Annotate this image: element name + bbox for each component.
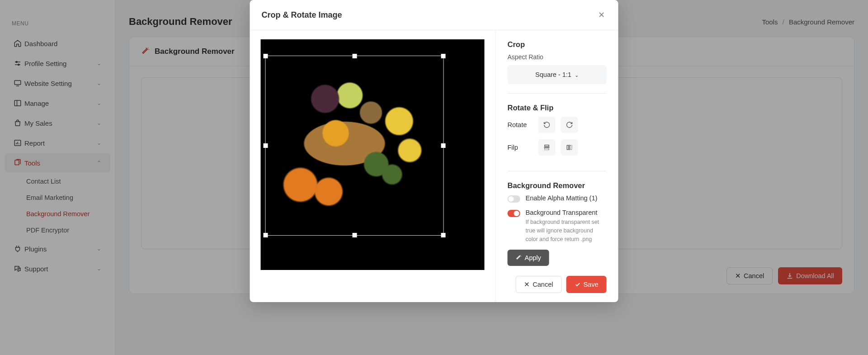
crop-canvas[interactable] (261, 39, 485, 270)
x-icon: ✕ (524, 281, 530, 288)
modal-actions: ✕ Cancel Save (508, 276, 607, 293)
transparent-row: Background Transparent If background tra… (508, 209, 607, 243)
modal-body: Crop Aspect Ratio Square - 1:1 ⌄ Rotate … (250, 30, 618, 302)
rotate-flip-section: Rotate & Flip Rotate Filp (508, 104, 607, 171)
crop-handle-top-left[interactable] (264, 54, 268, 58)
rotate-row: Rotate (508, 117, 607, 133)
svg-rect-17 (571, 145, 572, 149)
crop-handle-mid-right[interactable] (441, 143, 446, 148)
button-label: Apply (525, 254, 541, 261)
flip-horizontal-icon (566, 144, 573, 151)
alpha-matting-toggle[interactable] (508, 195, 520, 203)
transparent-label: Background Transparent (526, 209, 607, 216)
rotate-ccw-icon (543, 121, 551, 128)
alpha-matting-label: Enable Alpha Matting (1) (526, 194, 598, 202)
dropdown-value: Square - 1:1 (535, 71, 571, 78)
crop-selection-box[interactable] (265, 56, 444, 236)
flip-row: Filp (508, 139, 607, 156)
transparent-description: If background transparent set true will … (526, 218, 607, 243)
crop-heading: Crop (508, 40, 607, 49)
close-icon: ✕ (598, 10, 605, 19)
crop-handle-bottom-mid[interactable] (352, 233, 357, 237)
bg-remover-heading: Background Remover (508, 181, 607, 190)
flip-label: Filp (508, 144, 533, 151)
flip-vertical-button[interactable] (538, 139, 556, 156)
crop-handle-mid-left[interactable] (264, 143, 268, 148)
button-label: Cancel (533, 281, 553, 288)
crop-handle-top-mid[interactable] (352, 54, 357, 58)
chevron-down-icon: ⌄ (575, 72, 579, 78)
rotate-left-button[interactable] (538, 117, 556, 133)
bg-remover-section: Background Remover Enable Alpha Matting … (508, 181, 607, 266)
crop-handle-top-right[interactable] (441, 54, 446, 58)
svg-rect-14 (545, 148, 549, 150)
svg-rect-16 (567, 145, 568, 149)
modal-header: Crop & Rotate Image ✕ (250, 0, 618, 30)
flip-vertical-icon (543, 144, 551, 151)
magic-wand-icon (516, 255, 522, 261)
rotate-label: Rotate (508, 121, 533, 128)
close-button[interactable]: ✕ (596, 8, 607, 22)
button-label: Save (583, 281, 598, 288)
modal-save-button[interactable]: Save (566, 276, 606, 293)
crop-rotate-modal: Crop & Rotate Image ✕ (250, 0, 618, 302)
modal-controls-pane: Crop Aspect Ratio Square - 1:1 ⌄ Rotate … (495, 30, 618, 302)
svg-rect-13 (545, 145, 549, 147)
modal-title: Crop & Rotate Image (262, 10, 342, 20)
aspect-ratio-dropdown[interactable]: Square - 1:1 ⌄ (508, 65, 607, 84)
crop-section: Crop Aspect Ratio Square - 1:1 ⌄ (508, 40, 607, 94)
crop-handle-bottom-right[interactable] (441, 233, 446, 237)
transparent-toggle[interactable] (508, 210, 520, 217)
rotate-right-button[interactable] (561, 117, 578, 133)
rotate-flip-heading: Rotate & Flip (508, 104, 607, 112)
crop-handle-bottom-left[interactable] (264, 233, 268, 237)
alpha-matting-row: Enable Alpha Matting (1) (508, 194, 607, 203)
apply-button[interactable]: Apply (508, 250, 549, 266)
flip-horizontal-button[interactable] (561, 139, 578, 156)
rotate-cw-icon (566, 121, 573, 128)
aspect-ratio-label: Aspect Ratio (508, 53, 607, 61)
modal-cancel-button[interactable]: ✕ Cancel (515, 276, 561, 293)
check-icon (574, 281, 580, 288)
modal-image-pane (250, 30, 495, 302)
